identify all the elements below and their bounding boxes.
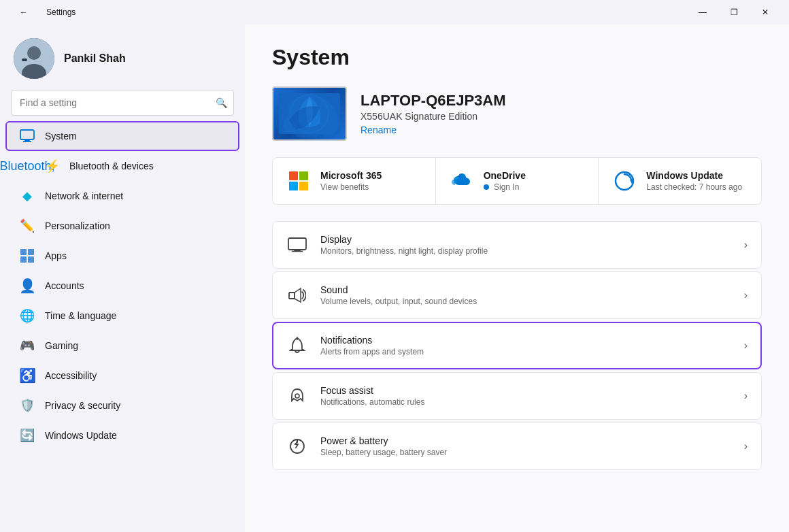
sidebar: Pankil Shah 🔍 System Bluetooth; <box>0 24 245 532</box>
sidebar-item-apps[interactable]: Apps <box>5 241 239 271</box>
sidebar-item-accounts[interactable]: 👤 Accounts <box>5 271 239 301</box>
accounts-icon: 👤 <box>19 278 35 294</box>
settings-item-sound[interactable]: Sound Volume levels, output, input, soun… <box>272 271 762 319</box>
sidebar-item-gaming[interactable]: 🎮 Gaming <box>5 331 239 361</box>
settings-item-power-battery[interactable]: Power & battery Sleep, battery usage, ba… <box>272 422 762 470</box>
power-battery-chevron: › <box>744 440 748 452</box>
sidebar-item-network[interactable]: ◆ Network & internet <box>5 181 239 211</box>
sidebar-item-accounts-label: Accounts <box>45 280 84 291</box>
sidebar-item-bluetooth[interactable]: Bluetooth; ⚡ Bluetooth & devices <box>5 151 239 181</box>
minimize-button[interactable]: — <box>687 0 718 24</box>
maximize-button[interactable]: ❐ <box>718 0 750 24</box>
focus-assist-icon <box>286 385 308 407</box>
sidebar-item-windows-update[interactable]: 🔄 Windows Update <box>5 420 239 450</box>
display-chevron: › <box>744 239 748 251</box>
personalization-icon: ✏️ <box>19 218 35 234</box>
onedrive-text: OneDrive Sign In <box>484 170 526 192</box>
sidebar-item-privacy-label: Privacy & security <box>45 400 120 411</box>
window-controls: — ❐ ✕ <box>687 0 781 24</box>
device-info: LAPTOP-Q6EJP3AM X556UAK Signature Editio… <box>360 92 506 135</box>
gaming-icon: 🎮 <box>19 337 35 354</box>
app-title: Settings <box>46 7 75 17</box>
sound-subtitle: Volume levels, output, input, sound devi… <box>320 297 477 306</box>
sound-icon <box>286 284 308 306</box>
sidebar-item-time-label: Time & language <box>45 310 116 321</box>
sidebar-item-apps-label: Apps <box>45 250 67 261</box>
sidebar-item-system[interactable]: System <box>5 121 239 151</box>
sidebar-item-time[interactable]: 🌐 Time & language <box>5 301 239 331</box>
network-icon: ◆ <box>19 188 35 204</box>
display-text: Display Monitors, brightness, night ligh… <box>320 234 488 256</box>
microsoft365-icon <box>286 169 311 193</box>
svg-rect-10 <box>28 256 34 263</box>
svg-point-1 <box>27 46 41 60</box>
search-icon: 🔍 <box>216 97 227 108</box>
windows-update-quick-icon <box>612 169 637 193</box>
quick-link-microsoft365[interactable]: Microsoft 365 View benefits <box>273 158 436 204</box>
search-box: 🔍 <box>11 90 234 116</box>
notifications-icon <box>286 335 308 356</box>
power-battery-title: Power & battery <box>320 435 447 446</box>
power-battery-icon <box>286 435 308 457</box>
titlebar: ← Settings — ❐ ✕ <box>0 0 789 24</box>
focus-assist-subtitle: Notifications, automatic rules <box>320 397 424 407</box>
sidebar-item-privacy[interactable]: 🛡️ Privacy & security <box>5 390 239 420</box>
bluetooth-icon: Bluetooth; <box>19 158 35 174</box>
display-title: Display <box>320 234 488 245</box>
microsoft365-subtitle: View benefits <box>320 182 382 192</box>
onedrive-subtitle: Sign In <box>484 182 526 192</box>
quick-link-onedrive[interactable]: OneDrive Sign In <box>436 158 599 204</box>
svg-rect-4 <box>20 130 34 139</box>
svg-rect-7 <box>20 249 27 255</box>
notifications-subtitle: Alerts from apps and system <box>320 347 424 356</box>
sidebar-nav: System Bluetooth; ⚡ Bluetooth & devices … <box>0 121 245 450</box>
titlebar-left: ← Settings <box>8 0 75 24</box>
apps-icon <box>19 248 35 264</box>
main-content: System LAPTOP-Q6EJP3AM X556UAK Signature… <box>245 24 789 532</box>
sound-title: Sound <box>320 284 477 295</box>
notifications-text: Notifications Alerts from apps and syste… <box>320 335 424 356</box>
onedrive-status-dot <box>484 184 489 190</box>
focus-assist-title: Focus assist <box>320 385 424 396</box>
svg-marker-19 <box>295 288 301 302</box>
device-card: LAPTOP-Q6EJP3AM X556UAK Signature Editio… <box>272 86 762 141</box>
user-profile[interactable]: Pankil Shah <box>0 24 245 90</box>
settings-item-display[interactable]: Display Monitors, brightness, night ligh… <box>272 221 762 269</box>
windows-update-title: Windows Update <box>646 170 742 181</box>
device-model: X556UAK Signature Edition <box>360 111 506 122</box>
accessibility-icon: ♿ <box>19 367 35 384</box>
microsoft365-text: Microsoft 365 View benefits <box>320 170 382 192</box>
settings-item-notifications[interactable]: Notifications Alerts from apps and syste… <box>272 322 762 369</box>
quick-link-windows-update[interactable]: Windows Update Last checked: 7 hours ago <box>599 158 761 204</box>
sidebar-item-accessibility[interactable]: ♿ Accessibility <box>5 361 239 390</box>
svg-rect-9 <box>20 256 27 263</box>
settings-list: Display Monitors, brightness, night ligh… <box>272 221 762 470</box>
windows-update-subtitle: Last checked: 7 hours ago <box>646 182 742 192</box>
power-battery-subtitle: Sleep, battery usage, battery saver <box>320 448 447 457</box>
windows-update-icon: 🔄 <box>19 427 35 444</box>
focus-assist-text: Focus assist Notifications, automatic ru… <box>320 385 424 407</box>
time-icon: 🌐 <box>19 307 35 324</box>
app-body: Pankil Shah 🔍 System Bluetooth; <box>0 24 789 532</box>
settings-item-focus-assist[interactable]: Focus assist Notifications, automatic ru… <box>272 372 762 420</box>
sidebar-item-accessibility-label: Accessibility <box>45 370 97 381</box>
power-battery-text: Power & battery Sleep, battery usage, ba… <box>320 435 447 457</box>
focus-assist-chevron: › <box>744 390 748 402</box>
notifications-title: Notifications <box>320 335 424 346</box>
sidebar-item-personalization-label: Personalization <box>45 220 110 231</box>
sidebar-item-personalization[interactable]: ✏️ Personalization <box>5 211 239 241</box>
notifications-chevron: › <box>744 339 748 352</box>
search-input[interactable] <box>11 90 234 116</box>
rename-link[interactable]: Rename <box>360 124 506 135</box>
close-button[interactable]: ✕ <box>750 0 781 24</box>
user-name: Pankil Shah <box>64 52 126 65</box>
sound-text: Sound Volume levels, output, input, soun… <box>320 284 477 306</box>
device-name: LAPTOP-Q6EJP3AM <box>360 92 506 110</box>
device-image <box>272 86 347 141</box>
sound-chevron: › <box>744 289 748 301</box>
display-icon <box>286 234 308 256</box>
sidebar-item-system-label: System <box>45 131 77 142</box>
back-button[interactable]: ← <box>8 0 39 24</box>
avatar <box>14 38 54 79</box>
quick-links: Microsoft 365 View benefits OneDrive Sig… <box>272 157 762 205</box>
